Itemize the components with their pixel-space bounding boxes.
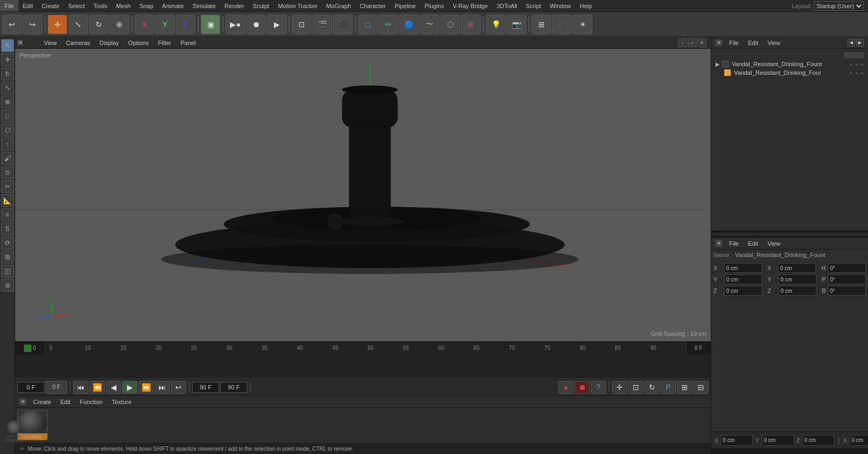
object-mode-button[interactable]: ▣ <box>201 15 220 34</box>
tool-extrude[interactable]: ↑ <box>1 138 14 151</box>
menu-select[interactable]: Select <box>64 0 90 11</box>
help-button[interactable]: ? <box>591 381 606 394</box>
attr-menu-file[interactable]: File <box>725 239 743 248</box>
end-frame-field[interactable] <box>192 382 219 393</box>
y-axis-button[interactable]: Y <box>155 15 175 34</box>
light-button[interactable]: 💡 <box>486 15 506 34</box>
goto-end-button[interactable]: ⏭ <box>155 381 170 394</box>
tool-paint[interactable]: 🖌 <box>1 152 14 165</box>
tool-box[interactable]: □ <box>1 110 14 123</box>
play-backward-button[interactable]: ⏪ <box>90 381 105 394</box>
tool-symbol[interactable]: S <box>1 222 14 235</box>
mat-menu-texture[interactable]: Texture <box>107 398 136 406</box>
play-forward2-button[interactable]: ⏩ <box>138 381 154 394</box>
obj-scroll-left[interactable]: ◀ <box>847 39 855 47</box>
tool-grid2[interactable]: ⊞ <box>1 251 14 264</box>
vp-menu-options[interactable]: Options <box>124 39 153 47</box>
attr-panel-icon[interactable]: ⊞ <box>716 240 722 247</box>
vp-expand-icon[interactable]: ⤢ <box>688 39 697 47</box>
vp-maximize-icon[interactable]: ↕ <box>678 39 687 47</box>
coord-y-field[interactable] <box>762 435 794 446</box>
coord-x-field[interactable] <box>720 435 753 446</box>
cube-button[interactable]: ◻ <box>358 15 378 34</box>
ruler-inner[interactable]: 5 10 15 20 25 30 35 40 45 50 55 60 65 70… <box>45 342 686 354</box>
menu-mograph[interactable]: MoGraph <box>322 0 355 11</box>
rotate-tool2[interactable]: ↻ <box>644 381 660 394</box>
obj-panel-icon[interactable]: ⊞ <box>716 40 722 46</box>
x-axis-button[interactable]: X <box>135 15 154 34</box>
viewport[interactable]: Perspective <box>15 49 711 341</box>
vp-close-icon[interactable]: ✕ <box>698 39 706 47</box>
mat-menu-create[interactable]: Create <box>29 398 55 406</box>
menu-file[interactable]: File <box>0 0 18 11</box>
tool-magnet[interactable]: ⊙ <box>1 166 14 179</box>
tool-rotate2[interactable]: ↻ <box>1 67 14 80</box>
vp-menu-panel[interactable]: Panel <box>176 39 200 47</box>
attr-y-field[interactable] <box>724 274 762 284</box>
tool-scale2[interactable]: ⤡ <box>1 81 14 94</box>
menu-mesh[interactable]: Mesh <box>112 0 135 11</box>
move-tool2[interactable]: ✛ <box>612 381 627 394</box>
step-back-button[interactable]: ◀ <box>106 381 121 394</box>
vp-menu-cameras[interactable]: Cameras <box>62 39 95 47</box>
attr-p-field[interactable] <box>828 274 866 284</box>
menu-simulate[interactable]: Simulate <box>188 0 220 11</box>
layout-dropdown[interactable]: Startup (User) <box>814 1 864 11</box>
tool-move2[interactable]: ✛ <box>1 53 14 66</box>
tool-transform2[interactable]: ⊕ <box>1 95 14 108</box>
play-button[interactable]: ▶ <box>267 15 286 34</box>
tool-select[interactable]: ↖ <box>1 39 14 52</box>
sculpt-button[interactable]: 🔵 <box>399 15 419 34</box>
mat-menu-function[interactable]: Function <box>75 398 107 406</box>
menu-character[interactable]: Character <box>355 0 390 11</box>
menu-vray[interactable]: V-Ray Bridge <box>449 0 493 11</box>
polygon-button[interactable]: ⬡ <box>441 15 460 34</box>
grid-button[interactable]: ⊞ <box>532 15 551 34</box>
mat-menu-edit[interactable]: Edit <box>56 398 75 406</box>
attr-menu-view[interactable]: View <box>763 239 785 248</box>
undo-button[interactable]: ↩ <box>2 15 22 34</box>
menu-plugins[interactable]: Plugins <box>420 0 448 11</box>
viewport-canvas[interactable]: X Y Z <box>15 49 711 341</box>
goto-start-button[interactable]: ⏮ <box>73 381 88 394</box>
obj-menu-file[interactable]: File <box>725 39 743 47</box>
vp-panel-icon[interactable]: ⊞ <box>17 40 23 46</box>
transform-button[interactable]: ⊕ <box>110 15 129 34</box>
keyframe-record-button[interactable]: ▶● <box>226 15 245 34</box>
render-button[interactable]: ⬛ <box>333 15 353 34</box>
pivot-button[interactable]: P <box>661 381 676 394</box>
menu-sculpt[interactable]: Sculpt <box>248 0 274 11</box>
tool-texture2[interactable]: ◫ <box>1 265 14 278</box>
menu-edit[interactable]: Edit <box>18 0 37 11</box>
obj-menu-edit[interactable]: Edit <box>744 39 763 47</box>
menu-animate[interactable]: Animate <box>158 0 188 11</box>
menu-window[interactable]: Window <box>545 0 575 11</box>
scale-tool2[interactable]: ⊡ <box>628 381 643 394</box>
end-frame2-field[interactable] <box>220 382 247 393</box>
obj-menu-view[interactable]: View <box>763 39 785 47</box>
tool-mirror[interactable]: ⊜ <box>1 279 14 292</box>
attr-z2-field[interactable] <box>778 286 816 296</box>
frame-marker[interactable] <box>24 344 31 352</box>
light2-button[interactable]: ☀ <box>573 15 592 34</box>
start-frame-field[interactable] <box>17 382 44 393</box>
attr-h-field[interactable] <box>828 263 866 273</box>
menu-3dtoall[interactable]: 3DToAll <box>492 0 521 11</box>
menu-create[interactable]: Create <box>37 0 64 11</box>
play-forward-button[interactable]: ▶ <box>122 381 137 394</box>
pen-button[interactable]: ✏ <box>379 15 398 34</box>
attr-x2-field[interactable] <box>778 263 816 273</box>
frame-input[interactable] <box>47 384 66 390</box>
menu-snap[interactable]: Snap <box>135 0 158 11</box>
menu-tools[interactable]: Tools <box>89 0 112 11</box>
spline-button[interactable]: 〜 <box>420 15 439 34</box>
attr-b-field[interactable] <box>828 286 866 296</box>
coord-z-field[interactable] <box>802 435 834 446</box>
vp-menu-view[interactable]: View <box>40 39 61 47</box>
right-scrollbar-h[interactable] <box>711 231 868 238</box>
redo-button[interactable]: ↪ <box>23 15 42 34</box>
menu-motion-tracker[interactable]: Motion Tracker <box>273 0 322 11</box>
attr-menu-edit[interactable]: Edit <box>744 239 763 248</box>
menu-render[interactable]: Render <box>220 0 248 11</box>
menu-script[interactable]: Script <box>521 0 545 11</box>
